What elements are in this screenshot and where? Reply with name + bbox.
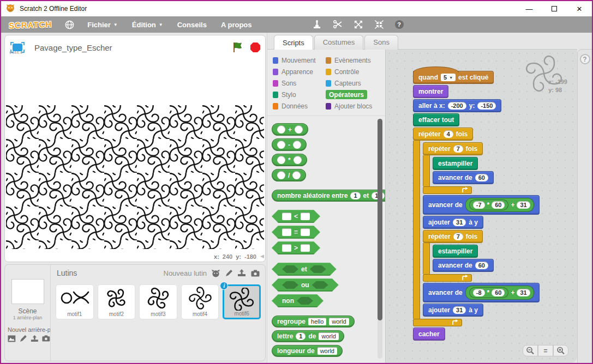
c-block-header[interactable]: répéter4fois: [413, 128, 473, 141]
help-button[interactable]: ?: [580, 54, 590, 64]
block-number-slot[interactable]: [292, 171, 301, 179]
category-apparence[interactable]: Apparence: [273, 66, 326, 77]
block-input-slot[interactable]: [301, 228, 310, 236]
block-boolean-slot[interactable]: [282, 265, 298, 273]
block-input-slot[interactable]: [301, 213, 310, 220]
camera-backdrop-icon[interactable]: [42, 335, 50, 342]
menu-item-a-propos[interactable]: A propos: [221, 21, 252, 29]
block-number-slot[interactable]: [277, 125, 285, 134]
category-sons[interactable]: Sons: [273, 77, 326, 89]
operator-expression[interactable]: -8*60+31: [465, 286, 534, 300]
block-number-input[interactable]: 60: [492, 289, 505, 296]
stamp-tool-icon[interactable]: [312, 20, 322, 29]
block-plus-operator[interactable]: +: [272, 123, 308, 136]
operator-expression[interactable]: -8*60: [469, 287, 509, 298]
category-ajouter-blocs[interactable]: Ajouter blocs: [326, 100, 385, 112]
block-input-slot[interactable]: [282, 213, 291, 220]
category-donnees[interactable]: Données: [273, 100, 326, 112]
c-block-header[interactable]: répéter7fois: [423, 142, 483, 155]
block-random-number-block[interactable]: nombre aléatoire entre1et10: [272, 190, 385, 202]
block-number-slot[interactable]: [295, 125, 303, 134]
category-stylo[interactable]: Stylo: [273, 89, 326, 100]
sprite-motif2[interactable]: motif2: [98, 284, 136, 319]
category-evenements[interactable]: Evènements: [326, 54, 385, 66]
block-number-input[interactable]: 31: [453, 306, 466, 314]
block-join-block[interactable]: regroupehelloworld: [272, 316, 355, 327]
menu-item-fichier[interactable]: Fichier▼: [87, 21, 118, 29]
category-controle[interactable]: Contrôle: [326, 66, 385, 77]
block-number-input[interactable]: 1: [296, 332, 306, 340]
block-number-input[interactable]: -150: [477, 102, 496, 110]
block-number-input[interactable]: -7: [473, 201, 485, 209]
grow-sprite-icon[interactable]: [354, 20, 363, 29]
block-repeat-4-block[interactable]: répéter4foisrépéter7foisestampilleravanc…: [413, 128, 540, 326]
block-divide-operator[interactable]: /: [272, 169, 306, 181]
block-text-input[interactable]: hello: [308, 318, 326, 325]
block-number-input[interactable]: -200: [448, 102, 466, 110]
block-move-60-block[interactable]: avancer de60: [433, 171, 494, 184]
stop-sign-icon[interactable]: [250, 42, 261, 53]
block-number-slot[interactable]: [277, 156, 285, 164]
block-multiply-operator[interactable]: *: [272, 154, 307, 166]
operator-expression[interactable]: -7*60: [469, 199, 509, 210]
sprite-library-icon[interactable]: [211, 269, 220, 277]
menu-item-edition[interactable]: Édition▼: [132, 21, 163, 29]
tab-scripts[interactable]: Scripts: [274, 35, 313, 50]
block-move-60-block-2[interactable]: avancer de60: [433, 259, 494, 272]
block-change-y-block[interactable]: ajouter31à y: [423, 216, 483, 229]
stage-resize-arrow-icon[interactable]: ◀: [260, 253, 264, 259]
block-help-icon[interactable]: ?: [395, 20, 404, 29]
block-text-input[interactable]: world: [319, 332, 338, 340]
block-length-of-block[interactable]: longueur deworld: [272, 345, 343, 357]
sprite-motif3[interactable]: motif3: [139, 284, 177, 319]
palette-scrollbar[interactable]: [378, 119, 382, 359]
backdrop-library-icon[interactable]: [8, 335, 16, 342]
block-number-slot[interactable]: [293, 156, 302, 164]
block-number-slot[interactable]: [277, 171, 285, 179]
category-operateurs[interactable]: Opérateurs: [326, 90, 367, 99]
block-boolean-slot[interactable]: [282, 281, 298, 289]
scratch-logo[interactable]: SCRATCH: [9, 19, 52, 30]
block-number-input[interactable]: 31: [517, 201, 530, 209]
scissors-tool-icon[interactable]: [333, 20, 343, 29]
camera-sprite-icon[interactable]: [251, 270, 260, 277]
block-move-expr-block[interactable]: avancer de-7*60+31: [423, 195, 540, 215]
block-number-input[interactable]: 31: [453, 219, 466, 226]
block-number-input[interactable]: 60: [492, 201, 505, 209]
zoom-reset-button[interactable]: =: [538, 345, 553, 356]
operator-expression[interactable]: -7*60+31: [465, 198, 534, 212]
block-boolean-slot[interactable]: [312, 281, 328, 289]
block-boolean-slot[interactable]: [297, 297, 313, 305]
tab-sons[interactable]: Sons: [364, 35, 398, 50]
project-title[interactable]: Pavage_type_Escher: [34, 43, 112, 52]
block-dropdown[interactable]: 5▼: [441, 74, 456, 81]
zoom-in-button[interactable]: [553, 345, 568, 356]
block-not-block[interactable]: non: [272, 294, 324, 307]
category-capteurs[interactable]: Capteurs: [326, 77, 385, 89]
block-letter-of-block[interactable]: lettre1deworld: [272, 330, 344, 342]
tab-costumes[interactable]: Costumes: [314, 35, 364, 50]
block-stamp-block[interactable]: estampiller: [433, 157, 478, 170]
sprite-motif1[interactable]: motif1: [56, 284, 94, 319]
block-equals-block[interactable]: =: [272, 226, 320, 239]
block-repeat-7-block[interactable]: répéter7foisestampilleravancer de60: [423, 142, 540, 194]
block-change-y-block-2[interactable]: ajouter31à y: [423, 304, 483, 317]
block-number-slot[interactable]: [277, 141, 285, 149]
stage-canvas-tessellation[interactable]: [6, 105, 264, 249]
block-repeat-7-block-2[interactable]: répéter7foisestampilleravancer de60: [423, 230, 540, 282]
green-flag-icon[interactable]: [231, 41, 244, 53]
block-number-input[interactable]: 7: [453, 145, 463, 153]
zoom-out-button[interactable]: [523, 345, 538, 356]
sprite-motif6[interactable]: motif6i: [223, 284, 261, 319]
block-number-input[interactable]: 60: [475, 174, 488, 181]
block-text-input[interactable]: world: [329, 318, 349, 325]
close-button[interactable]: ✕: [567, 1, 592, 16]
upload-backdrop-icon[interactable]: [31, 335, 39, 342]
block-greater-than-block[interactable]: >: [272, 241, 320, 254]
palette-scrollbar-thumb[interactable]: [378, 119, 382, 320]
stage-backdrop-thumbnail[interactable]: [11, 279, 44, 304]
block-pen-clear-block[interactable]: effacer tout: [413, 113, 459, 126]
block-show-block[interactable]: montrer: [413, 85, 448, 98]
block-number-slot[interactable]: [293, 141, 301, 149]
shrink-sprite-icon[interactable]: [374, 20, 384, 29]
